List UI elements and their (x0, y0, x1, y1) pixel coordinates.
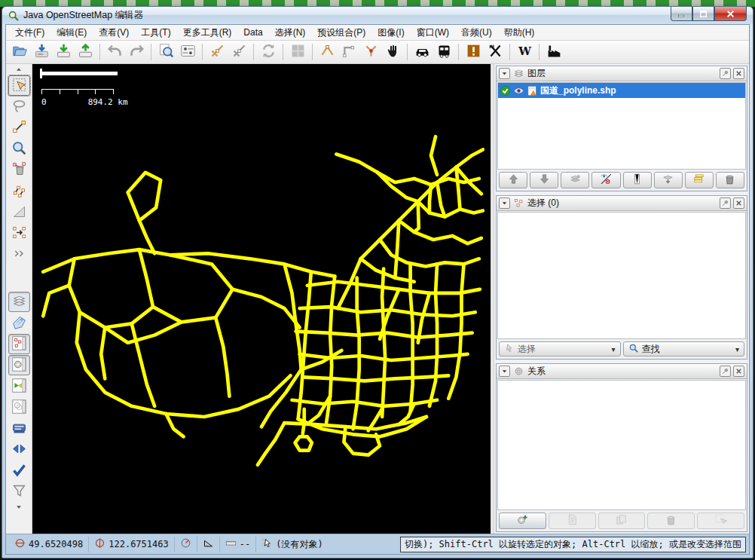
draw-button[interactable] (8, 118, 30, 138)
layers-button[interactable] (8, 292, 30, 312)
zoom-button[interactable] (8, 139, 30, 159)
relation-edit-button[interactable] (549, 513, 596, 529)
upload-button[interactable] (75, 42, 96, 63)
bus-icon (436, 43, 452, 61)
selection-pin-button[interactable] (720, 197, 731, 209)
car-icon (414, 43, 430, 61)
filter-button[interactable] (8, 482, 30, 502)
refresh-button[interactable] (258, 42, 279, 63)
select-icon (11, 77, 27, 95)
selection-menu-button[interactable] (499, 197, 510, 209)
redo-button[interactable] (126, 42, 147, 63)
bus-button[interactable] (433, 42, 454, 63)
unglue-button[interactable] (360, 42, 381, 63)
relations-pin-button[interactable] (720, 366, 731, 377)
warning-button[interactable] (463, 42, 484, 63)
layers-pin-button[interactable] (720, 68, 731, 79)
validator-button[interactable] (8, 397, 30, 418)
check-button[interactable] (8, 461, 30, 481)
pan-button[interactable] (382, 42, 403, 63)
delete-button[interactable] (8, 160, 30, 180)
layer-down-button[interactable] (530, 172, 558, 188)
menu-item-4[interactable]: 更多工具(R) (177, 25, 238, 41)
layer-duplicate-button[interactable] (685, 172, 714, 188)
undo-button[interactable] (104, 42, 125, 63)
window-body: 文件(F)编辑(E)查看(V)工具(T)更多工具(R)Data选择(N)预设组合… (5, 24, 750, 555)
layer-visibility-button[interactable] (591, 172, 620, 188)
relation-delete-button[interactable] (647, 513, 695, 529)
relation-add-button[interactable] (499, 513, 546, 529)
layer-up-button[interactable] (499, 172, 527, 188)
menu-item-10[interactable]: 音频(U) (455, 25, 498, 41)
road-polyline (295, 436, 312, 450)
scroll-up-button[interactable] (8, 65, 30, 75)
select-button[interactable] (8, 75, 30, 96)
title-bar[interactable]: Java OpenStreetMap 编辑器 (2, 7, 753, 24)
align-node-button[interactable] (316, 42, 338, 63)
preferences-button[interactable] (177, 42, 198, 63)
castle-button[interactable]: W (514, 42, 535, 63)
menu-item-5[interactable]: Data (237, 26, 268, 39)
changesets-button[interactable] (8, 439, 30, 460)
more-button[interactable] (8, 244, 30, 265)
maximize-button[interactable] (692, 7, 714, 21)
parallel-button[interactable] (8, 181, 30, 201)
tags-button[interactable] (8, 313, 30, 333)
layer-visibility-eye-icon[interactable] (513, 85, 524, 96)
selection-list-button[interactable] (8, 334, 30, 354)
menu-item-0[interactable]: 文件(F) (9, 25, 50, 41)
imagery-button[interactable] (287, 42, 308, 63)
extrude-button[interactable] (8, 202, 30, 222)
road-polyline (215, 317, 229, 396)
save-button[interactable] (31, 42, 52, 63)
distance-segment: -- (220, 537, 256, 552)
menu-item-3[interactable]: 工具(T) (135, 25, 176, 41)
select-dropdown-button[interactable]: 选择 ▾ (499, 341, 621, 357)
relations-menu-button[interactable] (499, 366, 510, 377)
menu-item-2[interactable]: 查看(V) (93, 25, 135, 41)
road-polyline (437, 182, 445, 217)
layer-row-selected[interactable]: 国道_polyline.shp (498, 83, 745, 98)
search-button[interactable] (155, 42, 176, 63)
minimize-button[interactable] (671, 7, 692, 21)
close-button[interactable] (714, 7, 747, 21)
command-stack-button[interactable] (8, 418, 30, 439)
menu-item-1[interactable]: 编辑(E) (50, 25, 93, 41)
menu-item-11[interactable]: 帮助(H) (498, 25, 541, 41)
map-view[interactable]: 0 894.2 km (32, 64, 491, 534)
menu-item-6[interactable]: 选择(N) (269, 25, 312, 41)
conflicts-button[interactable] (8, 376, 30, 396)
merge-nodes-button[interactable] (8, 223, 30, 243)
menu-item-9[interactable]: 窗口(W) (411, 25, 455, 41)
open-button[interactable] (9, 42, 30, 63)
car-button[interactable] (411, 42, 433, 63)
josm-window: Java OpenStreetMap 编辑器 文件(F)编辑(E)查看(V)工具… (2, 6, 753, 558)
split-way-button[interactable] (206, 42, 228, 63)
layers-close-button[interactable] (733, 68, 744, 79)
layer-delete-button[interactable] (716, 172, 744, 188)
relations-close-button[interactable] (733, 366, 744, 377)
selection-close-button[interactable] (733, 197, 744, 209)
road-polyline (43, 249, 335, 276)
layer-activate-button[interactable] (561, 172, 589, 188)
relations-panel-button[interactable] (8, 355, 30, 375)
relation-copy-button[interactable] (598, 513, 646, 529)
menu-item-7[interactable]: 预设组合(P) (311, 25, 371, 41)
download-button[interactable] (53, 42, 74, 63)
layers-panel-buttons (497, 170, 747, 191)
layer-merge-button[interactable] (654, 172, 683, 188)
combine-way-button[interactable] (228, 42, 249, 63)
layers-menu-button[interactable] (499, 68, 510, 79)
layer-activate-icon (569, 173, 582, 188)
orthogonalize-button[interactable] (338, 42, 359, 63)
layer-opacity-button[interactable] (623, 172, 652, 188)
lasso-button[interactable] (8, 96, 30, 117)
restaurant-button[interactable] (484, 42, 506, 63)
layer-active-check-icon[interactable] (500, 85, 511, 96)
latitude-segment: 49.6520498 (9, 537, 89, 552)
menu-item-8[interactable]: 图像(I) (371, 25, 410, 41)
relation-select-button[interactable] (697, 513, 744, 529)
factory-button[interactable] (543, 42, 564, 63)
search-dropdown-button[interactable]: 查找 ▾ (623, 341, 745, 357)
scroll-down-button[interactable] (8, 503, 30, 513)
